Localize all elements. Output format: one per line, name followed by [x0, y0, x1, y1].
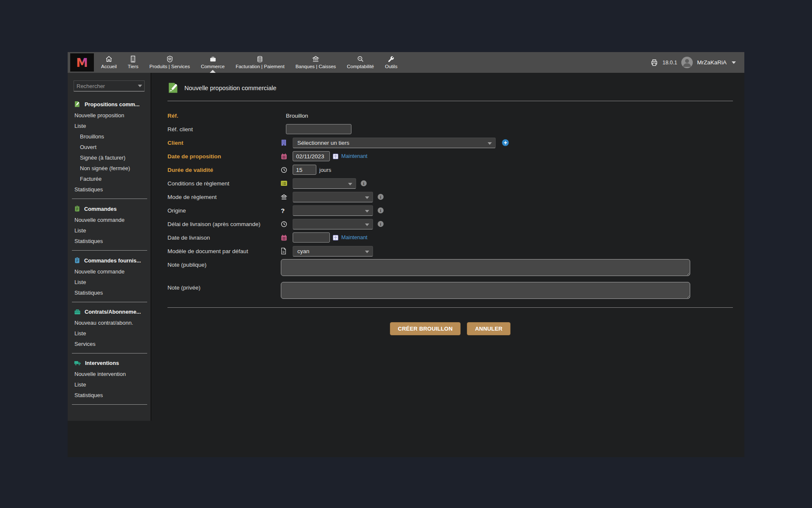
avatar[interactable] — [681, 57, 693, 68]
nav-item-commerce[interactable]: Commerce — [195, 52, 230, 73]
briefcase-icon — [209, 55, 217, 63]
ref-status-value: Brouillon — [286, 113, 308, 119]
sidebar-item-statistiques-commandes[interactable]: Statistiques — [68, 236, 151, 246]
info-icon[interactable]: i — [378, 207, 384, 213]
note-privee-textarea[interactable] — [281, 282, 690, 299]
sidebar-item-liste-interventions[interactable]: Liste — [68, 379, 151, 390]
date-picker-icon[interactable] — [333, 154, 338, 159]
field-label-modele-document: Modèle de document par défaut — [167, 248, 281, 254]
proposal-icon — [74, 101, 81, 108]
sidebar-section-interventions[interactable]: Interventions — [68, 357, 151, 369]
select-caret-icon — [488, 142, 492, 145]
nav-item-produits-services[interactable]: Produits | Services — [144, 52, 195, 73]
nav-item-outils[interactable]: Outils — [379, 52, 403, 73]
sidebar-item-facturee[interactable]: Facturée — [68, 174, 151, 184]
home-icon — [105, 55, 112, 63]
field-row-date-livraison: Date de livraison Maintenant — [167, 232, 733, 243]
date-picker-icon[interactable] — [333, 235, 338, 240]
sidebar-item-nouveau-contrat[interactable]: Nouveau contrat/abonn. — [68, 318, 151, 328]
dolibarr-logo[interactable]: M — [70, 53, 94, 72]
days-suffix-label: jours — [319, 167, 331, 173]
select-caret-icon — [348, 183, 352, 185]
delai-livraison-select[interactable] — [293, 219, 373, 229]
add-client-button[interactable]: + — [502, 139, 509, 146]
select-caret-icon — [365, 196, 369, 199]
create-draft-button[interactable]: CRÉER BROUILLON — [390, 322, 461, 335]
nav-item-banques-caisses[interactable]: Banques | Caisses — [290, 52, 342, 73]
sidebar-item-nouvelle-commande[interactable]: Nouvelle commande — [68, 215, 151, 225]
sidebar-section-contrats[interactable]: Contrats/Abonneme... — [68, 306, 151, 318]
supplier-order-icon — [74, 257, 80, 264]
date-livraison-input[interactable] — [293, 232, 330, 243]
sidebar-item-non-signee[interactable]: Non signée (fermée) — [68, 163, 151, 174]
main-content: Nouvelle proposition commerciale Réf. Br… — [151, 73, 746, 457]
document-template-icon — [281, 248, 290, 254]
modele-document-select[interactable]: cyan — [293, 246, 373, 257]
info-icon[interactable]: i — [378, 194, 384, 200]
sidebar-section-commandes[interactable]: Commandes — [68, 203, 151, 215]
version-label: 18.0.1 — [662, 60, 677, 66]
app-window: M Accueil Tiers Produits | Services — [68, 52, 744, 457]
sidebar-item-statistiques-propositions[interactable]: Statistiques — [68, 184, 151, 195]
field-label-ref-client: Réf. client — [167, 126, 281, 133]
building-icon — [130, 55, 136, 63]
sidebar-item-liste-contrats[interactable]: Liste — [68, 328, 151, 339]
print-icon[interactable] — [650, 59, 658, 66]
sidebar-item-statistiques-interventions[interactable]: Statistiques — [68, 390, 151, 400]
sidebar-item-liste-propositions[interactable]: Liste — [68, 121, 151, 131]
client-select-value: Sélectionner un tiers — [297, 140, 349, 146]
search-dropdown-caret-icon[interactable] — [138, 85, 142, 87]
cancel-button[interactable]: ANNULER — [467, 322, 510, 335]
proposal-page-icon — [167, 82, 179, 94]
field-label-origine: Origine — [167, 207, 281, 214]
sidebar-item-brouillons[interactable]: Brouillons — [68, 131, 151, 142]
sidebar-separator — [72, 250, 147, 251]
now-link[interactable]: Maintenant — [341, 153, 368, 159]
date-proposition-input[interactable] — [293, 151, 330, 161]
sidebar-item-liste-commandes-fournisseurs[interactable]: Liste — [68, 277, 151, 287]
client-select[interactable]: Sélectionner un tiers — [293, 138, 496, 148]
username-label[interactable]: MrZaKaRiA — [697, 59, 727, 66]
validity-days-input[interactable] — [293, 165, 316, 175]
note-publique-textarea[interactable] — [281, 259, 690, 276]
nav-item-tiers[interactable]: Tiers — [122, 52, 144, 73]
field-label-mode-reglement: Mode de règlement — [167, 193, 281, 200]
conditions-reglement-select[interactable] — [293, 178, 356, 189]
sidebar-section-commandes-fournisseurs[interactable]: Commandes fournis... — [68, 254, 151, 266]
nav-label: Commerce — [201, 64, 225, 69]
select-caret-icon — [365, 210, 369, 213]
info-icon[interactable]: i — [361, 180, 367, 186]
title-divider — [167, 101, 733, 101]
origine-select[interactable] — [293, 205, 373, 216]
nav-label: Produits | Services — [149, 64, 190, 69]
nav-item-comptabilite[interactable]: Comptabilité — [341, 52, 379, 73]
sidebar-item-nouvelle-proposition[interactable]: Nouvelle proposition — [68, 110, 151, 121]
coins-icon — [256, 55, 263, 63]
bank-icon — [312, 55, 319, 63]
sidebar-item-signee[interactable]: Signée (à facturer) — [68, 152, 151, 163]
sidebar-item-nouvelle-commande-fournisseur[interactable]: Nouvelle commande — [68, 266, 151, 277]
mode-reglement-select[interactable] — [293, 192, 373, 202]
sidebar-item-statistiques-commandes-fournisseurs[interactable]: Statistiques — [68, 287, 151, 298]
nav-label: Tiers — [128, 64, 138, 69]
sidebar-item-nouvelle-intervention[interactable]: Nouvelle intervention — [68, 369, 151, 379]
now-link[interactable]: Maintenant — [341, 235, 368, 240]
field-row-note-privee: Note (privée) — [167, 282, 733, 299]
sidebar-item-liste-commandes[interactable]: Liste — [68, 225, 151, 236]
info-icon[interactable]: i — [378, 221, 384, 227]
top-right-cluster: 18.0.1 MrZaKaRiA — [650, 52, 744, 73]
ref-client-input[interactable] — [286, 124, 351, 134]
chevron-down-icon[interactable] — [732, 61, 736, 64]
nav-label: Outils — [385, 64, 397, 69]
sidebar-item-services[interactable]: Services — [68, 339, 151, 349]
nav-item-accueil[interactable]: Accueil — [96, 52, 122, 73]
sidebar-item-ouvert[interactable]: Ouvert — [68, 142, 151, 152]
sidebar-separator — [72, 302, 147, 302]
nav-item-facturation-paiement[interactable]: Facturation | Paiement — [230, 52, 290, 73]
sidebar-section-propositions[interactable]: Propositions comm... — [68, 98, 151, 110]
field-row-conditions-reglement: Conditions de règlement i — [167, 178, 733, 189]
field-row-client: Client Sélectionner un tiers + — [167, 137, 733, 148]
search-input[interactable] — [74, 80, 145, 91]
field-row-ref-client: Réf. client — [167, 124, 733, 135]
calendar-icon — [281, 235, 290, 241]
